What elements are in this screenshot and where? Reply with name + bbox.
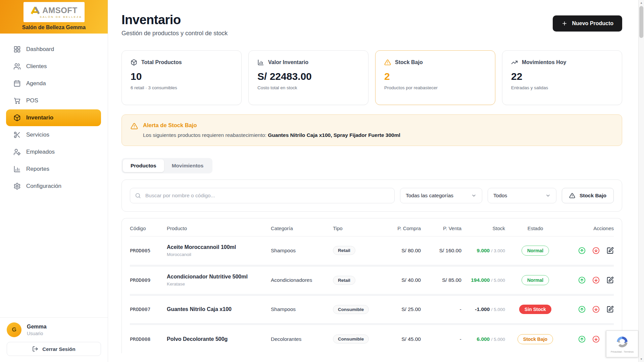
sidebar-item-label: Agenda xyxy=(26,80,46,87)
edit-icon xyxy=(606,276,614,284)
product-category: Shampoos xyxy=(271,295,333,324)
logout-label: Cerrar Sesión xyxy=(42,346,75,352)
recaptcha-icon xyxy=(615,335,629,349)
logout-button[interactable]: Cerrar Sesión xyxy=(7,342,101,356)
sidebar-item-clientes[interactable]: Clientes xyxy=(6,58,101,75)
sidebar-item-label: Clientes xyxy=(26,63,47,70)
arrow-up-circle-icon xyxy=(578,335,586,343)
alert-title: Alerta de Stock Bajo xyxy=(143,122,400,128)
product-code: PROD005 xyxy=(130,237,167,266)
package-icon xyxy=(13,114,21,121)
type-select[interactable]: Todos xyxy=(488,188,556,203)
edit-icon xyxy=(606,247,614,254)
type-select-value: Todos xyxy=(493,193,507,199)
edit-button[interactable] xyxy=(606,306,614,313)
user-info: G Gemma Usuario xyxy=(7,322,101,337)
recaptcha-badge[interactable]: Privacidad - Términos xyxy=(606,330,638,357)
calendar-icon xyxy=(13,80,21,87)
type-badge: Retail xyxy=(333,276,355,285)
category-select[interactable]: Todas las categorías xyxy=(400,188,482,203)
sale-price: - xyxy=(421,295,461,324)
tab-movimientos[interactable]: Movimientos xyxy=(164,159,211,172)
scrollbar-thumb[interactable] xyxy=(639,6,643,38)
product-name: Polvo Decolorante 500g xyxy=(167,336,271,342)
edit-button[interactable] xyxy=(606,276,614,284)
products-table-card: Código Producto Categoría Tipo P. Compra… xyxy=(121,218,622,353)
scrollbar-up-arrow[interactable]: ▲ xyxy=(639,0,644,6)
sidebar-item-servicios[interactable]: Servicios xyxy=(6,126,101,143)
cart-icon xyxy=(13,97,21,104)
sale-price: S/ 160.00 xyxy=(421,237,461,266)
stock-in-button[interactable] xyxy=(578,306,586,313)
stat-card-movimientos-hoy: Movimientos Hoy 22 Entradas y salidas xyxy=(502,50,622,105)
status-badge: Stock Bajo xyxy=(517,334,553,344)
page-title: Inventario xyxy=(121,13,228,27)
table-row: PROD009 Acondicionador Nutritive 500mlKe… xyxy=(130,266,614,295)
sidebar-item-agenda[interactable]: Agenda xyxy=(6,75,101,92)
stock-value: 6.000 xyxy=(477,336,490,342)
product-category: Acondicionadores xyxy=(271,266,333,295)
stock-out-button[interactable] xyxy=(592,306,600,313)
stat-label: Valor Inventario xyxy=(268,59,308,65)
stock-in-button[interactable] xyxy=(578,276,586,284)
scrollbar[interactable]: ▲ ▼ xyxy=(638,0,644,362)
sidebar-item-label: Inventario xyxy=(26,114,53,121)
product-name: Acondicionador Nutritive 500ml xyxy=(167,274,271,280)
stat-label: Total Productos xyxy=(141,59,182,65)
stock-in-button[interactable] xyxy=(578,335,586,343)
sidebar-item-pos[interactable]: POS xyxy=(6,92,101,109)
stock-min: / 5.000 xyxy=(491,337,505,342)
stock-bajo-filter-button[interactable]: Stock Bajo xyxy=(562,188,614,203)
stat-detail: Entradas y salidas xyxy=(511,85,613,90)
bar-chart-icon xyxy=(13,165,21,173)
purchase-price: S/ 80.00 xyxy=(387,237,421,266)
type-badge: Consumible xyxy=(333,334,369,344)
col-acciones: Acciones xyxy=(565,218,614,237)
user-name: Gemma xyxy=(27,324,47,330)
product-code: PROD007 xyxy=(130,295,167,324)
users-icon xyxy=(13,63,21,70)
status-badge: Normal xyxy=(522,275,549,285)
arrow-down-circle-icon xyxy=(592,306,600,313)
warning-icon xyxy=(569,193,575,199)
new-product-label: Nuevo Producto xyxy=(572,20,613,27)
arrow-down-circle-icon xyxy=(592,247,600,254)
bar-chart-icon xyxy=(257,59,264,66)
arrow-down-circle-icon xyxy=(592,276,600,284)
sidebar-item-label: Reportes xyxy=(26,166,49,172)
stat-card-total-productos: Total Productos 10 6 retail · 3 consumib… xyxy=(121,50,242,105)
purchase-price: S/ 40.00 xyxy=(387,266,421,295)
stock-in-button[interactable] xyxy=(578,247,586,254)
chevron-down-icon xyxy=(545,193,551,198)
main-content: Inventario Gestión de productos y contro… xyxy=(108,0,644,362)
status-badge: Sin Stock xyxy=(519,305,551,314)
salon-name: Salón de Belleza Gemma xyxy=(22,24,86,31)
products-table: Código Producto Categoría Tipo P. Compra… xyxy=(130,218,614,353)
logout-icon xyxy=(32,346,38,352)
search-input[interactable] xyxy=(130,188,395,203)
tab-productos[interactable]: Productos xyxy=(123,159,164,172)
sidebar-item-configuracion[interactable]: Configuración xyxy=(6,178,101,195)
scrollbar-down-arrow[interactable]: ▼ xyxy=(639,356,644,362)
stock-out-button[interactable] xyxy=(592,276,600,284)
category-select-value: Todas las categorías xyxy=(406,193,453,199)
new-product-button[interactable]: Nuevo Producto xyxy=(553,15,622,32)
scissors-icon xyxy=(13,131,21,139)
sidebar-item-empleados[interactable]: Empleados xyxy=(6,144,101,160)
col-estado: Estado xyxy=(505,218,565,237)
sidebar-item-dashboard[interactable]: Dashboard xyxy=(6,41,101,58)
sidebar-item-inventario[interactable]: Inventario xyxy=(6,109,101,126)
sidebar-item-reportes[interactable]: Reportes xyxy=(6,161,101,177)
col-p-venta: P. Venta xyxy=(421,218,461,237)
stock-out-button[interactable] xyxy=(592,247,600,254)
table-row: PROD005 Aceite Moroccannoil 100mlMorocca… xyxy=(130,237,614,266)
amsoft-logo: AMSOFT SALÓN DE BELLEZA xyxy=(23,2,85,22)
sidebar-item-label: Servicios xyxy=(26,132,49,138)
user-gear-icon xyxy=(13,148,21,156)
status-badge: Normal xyxy=(522,246,549,256)
dashboard-icon xyxy=(13,46,21,53)
product-name: Aceite Moroccannoil 100ml xyxy=(167,244,271,250)
row-actions xyxy=(565,306,614,313)
edit-button[interactable] xyxy=(606,247,614,254)
stock-out-button[interactable] xyxy=(592,335,600,343)
